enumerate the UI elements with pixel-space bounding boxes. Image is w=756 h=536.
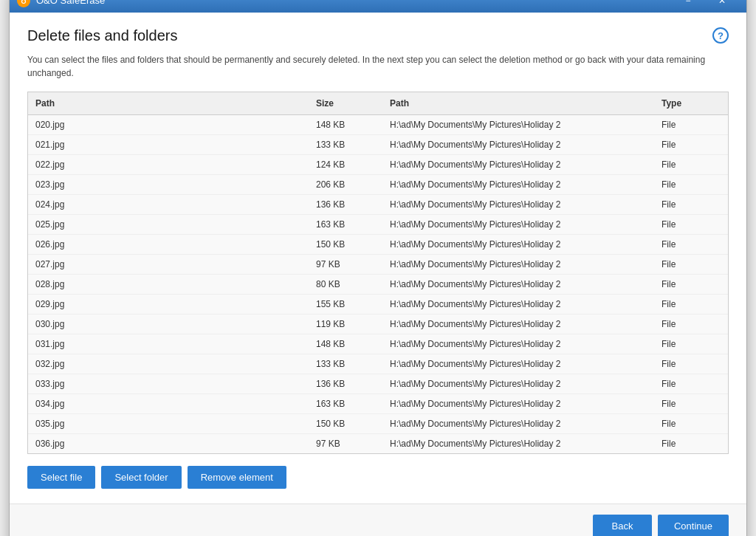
cell-name: 027.jpg — [35, 258, 316, 271]
cell-path: H:\ad\My Documents\My Pictures\Holiday 2 — [390, 337, 662, 351]
cell-size: 124 KB — [316, 158, 390, 171]
cell-size: 150 KB — [316, 417, 390, 430]
description-text: You can select the files and folders tha… — [27, 53, 729, 80]
minimize-button[interactable]: − — [671, 0, 705, 13]
cell-path: H:\ad\My Documents\My Pictures\Holiday 2 — [390, 118, 662, 131]
cell-size: 150 KB — [316, 238, 390, 251]
table-row[interactable]: 027.jpg 97 KB H:\ad\My Documents\My Pict… — [28, 255, 728, 275]
cell-name: 021.jpg — [35, 138, 316, 151]
cell-type: File — [662, 397, 721, 410]
cell-name: 026.jpg — [35, 238, 316, 251]
table-row[interactable]: 026.jpg 150 KB H:\ad\My Documents\My Pic… — [28, 235, 728, 255]
table-row[interactable]: 035.jpg 150 KB H:\ad\My Documents\My Pic… — [28, 414, 728, 434]
cell-type: File — [662, 337, 721, 351]
table-row[interactable]: 034.jpg 163 KB H:\ad\My Documents\My Pic… — [28, 394, 728, 414]
page-title: Delete files and folders — [27, 27, 177, 44]
cell-path: H:\ad\My Documents\My Pictures\Holiday 2 — [390, 298, 662, 311]
col-header-fullpath: Path — [390, 97, 662, 110]
cell-path: H:\ad\My Documents\My Pictures\Holiday 2 — [390, 198, 662, 211]
table-row[interactable]: 031.jpg 148 KB H:\ad\My Documents\My Pic… — [28, 334, 728, 354]
cell-path: H:\ad\My Documents\My Pictures\Holiday 2 — [390, 178, 662, 191]
cell-type: File — [662, 298, 721, 311]
cell-path: H:\ad\My Documents\My Pictures\Holiday 2 — [390, 138, 662, 151]
cell-type: File — [662, 258, 721, 271]
cell-size: 97 KB — [316, 258, 390, 271]
cell-path: H:\ad\My Documents\My Pictures\Holiday 2 — [390, 417, 662, 430]
cell-path: H:\ad\My Documents\My Pictures\Holiday 2 — [390, 278, 662, 291]
window-title: O&O SafeErase — [36, 0, 671, 6]
cell-name: 034.jpg — [35, 397, 316, 410]
cell-name: 036.jpg — [35, 437, 316, 450]
cell-path: H:\ad\My Documents\My Pictures\Holiday 2 — [390, 158, 662, 171]
cell-name: 023.jpg — [35, 178, 316, 191]
cell-size: 148 KB — [316, 118, 390, 131]
cell-path: H:\ad\My Documents\My Pictures\Holiday 2 — [390, 357, 662, 371]
select-file-button[interactable]: Select file — [27, 466, 95, 489]
title-bar: O O&O SafeErase − ✕ — [10, 0, 746, 13]
window-controls: − ✕ — [671, 0, 739, 13]
cell-size: 148 KB — [316, 337, 390, 351]
table-row[interactable]: 032.jpg 133 KB H:\ad\My Documents\My Pic… — [28, 354, 728, 374]
cell-type: File — [662, 437, 721, 450]
cell-path: H:\ad\My Documents\My Pictures\Holiday 2 — [390, 437, 662, 450]
cell-size: 119 KB — [316, 317, 390, 331]
cell-type: File — [662, 278, 721, 291]
table-row[interactable]: 021.jpg 133 KB H:\ad\My Documents\My Pic… — [28, 135, 728, 155]
cell-name: 032.jpg — [35, 357, 316, 371]
table-row[interactable]: 028.jpg 80 KB H:\ad\My Documents\My Pict… — [28, 275, 728, 295]
cell-name: 030.jpg — [35, 317, 316, 331]
cell-size: 163 KB — [316, 397, 390, 410]
continue-button[interactable]: Continue — [658, 515, 729, 537]
cell-type: File — [662, 198, 721, 211]
table-row[interactable]: 025.jpg 163 KB H:\ad\My Documents\My Pic… — [28, 215, 728, 235]
table-header: Path Size Path Type — [28, 92, 728, 115]
cell-size: 206 KB — [316, 178, 390, 191]
help-button[interactable]: ? — [712, 27, 729, 44]
cell-path: H:\ad\My Documents\My Pictures\Holiday 2 — [390, 397, 662, 410]
cell-name: 033.jpg — [35, 377, 316, 391]
col-header-type: Type — [662, 97, 721, 110]
cell-type: File — [662, 118, 721, 131]
table-row[interactable]: 033.jpg 136 KB H:\ad\My Documents\My Pic… — [28, 374, 728, 394]
footer: Back Continue — [10, 504, 746, 537]
cell-type: File — [662, 357, 721, 371]
cell-size: 155 KB — [316, 298, 390, 311]
svg-text:O: O — [21, 0, 26, 5]
cell-size: 133 KB — [316, 138, 390, 151]
cell-name: 024.jpg — [35, 198, 316, 211]
close-button[interactable]: ✕ — [705, 0, 739, 13]
action-buttons: Select file Select folder Remove element — [27, 466, 729, 489]
cell-type: File — [662, 158, 721, 171]
cell-size: 136 KB — [316, 377, 390, 391]
cell-path: H:\ad\My Documents\My Pictures\Holiday 2 — [390, 317, 662, 331]
cell-type: File — [662, 178, 721, 191]
table-row[interactable]: 020.jpg 148 KB H:\ad\My Documents\My Pic… — [28, 115, 728, 135]
cell-name: 031.jpg — [35, 337, 316, 351]
back-button[interactable]: Back — [593, 515, 652, 537]
page-title-row: Delete files and folders ? — [27, 27, 729, 44]
table-row[interactable]: 029.jpg 155 KB H:\ad\My Documents\My Pic… — [28, 295, 728, 315]
cell-path: H:\ad\My Documents\My Pictures\Holiday 2 — [390, 258, 662, 271]
cell-type: File — [662, 417, 721, 430]
cell-name: 028.jpg — [35, 278, 316, 291]
cell-name: 022.jpg — [35, 158, 316, 171]
cell-path: H:\ad\My Documents\My Pictures\Holiday 2 — [390, 377, 662, 391]
cell-size: 136 KB — [316, 198, 390, 211]
table-row[interactable]: 030.jpg 119 KB H:\ad\My Documents\My Pic… — [28, 315, 728, 334]
cell-type: File — [662, 317, 721, 331]
remove-element-button[interactable]: Remove element — [188, 466, 286, 489]
cell-name: 025.jpg — [35, 218, 316, 231]
cell-type: File — [662, 377, 721, 391]
table-row[interactable]: 036.jpg 97 KB H:\ad\My Documents\My Pict… — [28, 434, 728, 453]
table-row[interactable]: 023.jpg 206 KB H:\ad\My Documents\My Pic… — [28, 175, 728, 195]
table-body: 020.jpg 148 KB H:\ad\My Documents\My Pic… — [28, 115, 728, 453]
cell-size: 80 KB — [316, 278, 390, 291]
cell-path: H:\ad\My Documents\My Pictures\Holiday 2 — [390, 238, 662, 251]
col-header-path: Path — [35, 97, 316, 110]
select-folder-button[interactable]: Select folder — [101, 466, 181, 489]
cell-name: 035.jpg — [35, 417, 316, 430]
table-row[interactable]: 024.jpg 136 KB H:\ad\My Documents\My Pic… — [28, 195, 728, 215]
cell-size: 163 KB — [316, 218, 390, 231]
table-row[interactable]: 022.jpg 124 KB H:\ad\My Documents\My Pic… — [28, 155, 728, 175]
cell-type: File — [662, 138, 721, 151]
